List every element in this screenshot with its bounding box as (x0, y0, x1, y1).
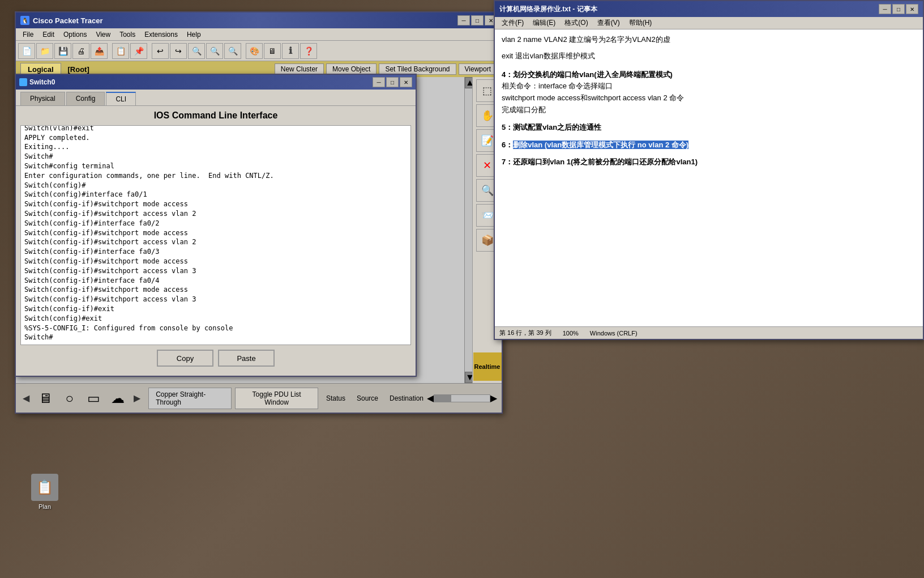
toggle-pdu-button[interactable]: Toggle PDU List Window (235, 388, 318, 409)
hscrollbar[interactable] (434, 394, 490, 402)
cpt-menu-help[interactable]: Help (182, 29, 206, 40)
cpt-menu-tools[interactable]: Tools (115, 29, 140, 40)
toolbar-print-button[interactable]: 🖨 (72, 43, 89, 59)
device-icon-switch[interactable]: 🖥 (35, 387, 56, 410)
move-object-button[interactable]: Move Object (326, 63, 377, 75)
notepad-item-4-detail-2: switchport mode access和switchport access… (502, 92, 916, 104)
toolbar-new-button[interactable]: 📄 (18, 43, 35, 59)
pdu-header-status: Status (326, 394, 345, 402)
toolbar-open-button[interactable]: 📁 (36, 43, 53, 59)
toolbar-save-button[interactable]: 💾 (54, 43, 71, 59)
vscroll-up-arrow[interactable]: ▲ (465, 77, 472, 88)
realtime-button[interactable]: Realtime (473, 352, 502, 381)
notepad-menu-help[interactable]: 帮助(H) (624, 17, 657, 29)
notepad-exit-text: exit 退出vlan数据库维护模式 (502, 52, 595, 60)
hscroll-thumb[interactable] (434, 395, 451, 402)
new-cluster-button[interactable]: New Cluster (275, 63, 324, 75)
cpt-menu-options[interactable]: Options (59, 29, 91, 40)
switch-icon (19, 78, 27, 86)
switch-content-title: IOS Command Line Interface (20, 110, 411, 121)
notepad-exit-line: exit 退出vlan数据库维护模式 (502, 50, 916, 62)
notepad-status-encoding: Windows (CRLF) (590, 330, 638, 337)
toolbar-zoom-button[interactable]: 🔍 (188, 43, 205, 59)
toolbar-paste-button[interactable]: 📌 (130, 43, 147, 59)
notepad-item-5-title: 5：测试配置vlan之后的连通性 (502, 122, 916, 134)
switch-tabs: Physical Config CLI (16, 90, 416, 106)
cpt-menu-view[interactable]: View (91, 29, 115, 40)
switch-content: IOS Command Line Interface Switch(vlan)#… (16, 106, 416, 376)
toolbar-palette-button[interactable]: 🎨 (246, 43, 263, 59)
notepad-menu-format[interactable]: 格式(O) (560, 17, 592, 29)
device-icon-hub[interactable]: ○ (59, 387, 80, 410)
toolbar-zoom3-button[interactable]: 🔍 (224, 43, 241, 59)
notepad-minimize-button[interactable]: ─ (879, 4, 891, 14)
cpt-menu-edit[interactable]: Edit (38, 29, 59, 40)
device-scroll-left[interactable]: ◀ (20, 392, 32, 405)
notepad-content[interactable]: vlan 2 name VLAN2 建立编号为2名字为VLAN2的虚 exit … (495, 29, 923, 326)
cpt-minimize-button[interactable]: ─ (457, 15, 470, 26)
cpt-title: 🐧 Cisco Packet Tracer (20, 16, 103, 25)
cpt-title-text: Cisco Packet Tracer (33, 16, 103, 25)
notepad-status-line: 第 16 行，第 39 列 (499, 329, 551, 337)
toolbar-info-button[interactable]: ℹ (282, 43, 299, 59)
notepad-item-4-title: 4：划分交换机的端口给vlan(进入全局终端配置模式) (502, 69, 916, 81)
notepad-status-zoom: 100% (563, 330, 579, 337)
toolbar-zoom2-button[interactable]: 🔍 (206, 43, 223, 59)
toolbar-undo-button[interactable]: ↩ (152, 43, 169, 59)
switch-title: Switch0 (19, 78, 55, 86)
switch-window: Switch0 ─ □ ✕ Physical Config CLI IOS Co… (15, 74, 417, 377)
viewport-button[interactable]: Viewport (459, 63, 497, 75)
device-icon-cloud[interactable]: ☁ (108, 387, 129, 410)
tab-config[interactable]: Config (66, 92, 105, 105)
notepad-title: 计算机网络录屏作业.txt - 记事本 (499, 5, 597, 14)
hscroll-left-arrow[interactable]: ◀ (427, 393, 434, 403)
pdu-header-dest: Destination (390, 394, 424, 402)
canvas-vscrollbar[interactable]: ▲ ▼ (464, 77, 472, 383)
set-tiled-background-button[interactable]: Set Tiled Background (379, 63, 456, 75)
cpt-titlebar[interactable]: 🐧 Cisco Packet Tracer ─ □ ✕ (16, 12, 502, 28)
cpt-menu-extensions[interactable]: Extensions (140, 29, 182, 40)
toolbar-redo-button[interactable]: ↪ (170, 43, 187, 59)
desktop-icon-plan[interactable]: 📋 Plan (31, 474, 58, 510)
notepad-item-6-title: 6：删除vlan (vlan数据库管理模式下执行 no vlan 2 命令) (502, 139, 916, 151)
notepad-item-6-highlight: 删除vlan (vlan数据库管理模式下执行 no vlan 2 命令) (513, 141, 688, 149)
device-icon-router[interactable]: ▭ (83, 387, 104, 410)
cli-terminal[interactable]: Switch(vlan)# Switch(vlan)#exit APPLY co… (20, 125, 411, 345)
cpt-menu-file[interactable]: File (18, 29, 38, 40)
notepad-item-7: 7：还原端口到vlan 1(将之前被分配的端口还原分配给vlan1) (502, 156, 916, 168)
notepad-item-4-detail-1: 相关命令：interface 命令选择端口 (502, 80, 916, 92)
device-bar: ◀ 🖥 ○ ▭ ☁ ▶ Copper Straight-Through Togg… (16, 383, 502, 413)
toolbar-export-button[interactable]: 📤 (91, 43, 108, 59)
switch-close-button[interactable]: ✕ (400, 77, 412, 87)
hscroll-right-arrow[interactable]: ▶ (490, 393, 497, 403)
notepad-close-button[interactable]: ✕ (906, 4, 918, 14)
cpt-maximize-button[interactable]: □ (471, 15, 484, 26)
switch-title-text: Switch0 (29, 78, 55, 86)
toolbar-help-button[interactable]: ❓ (300, 43, 317, 59)
pdu-headers: Status Source Destination (326, 394, 424, 402)
vscroll-down-arrow[interactable]: ▼ (465, 372, 472, 383)
copy-button[interactable]: Copy (157, 350, 213, 367)
cpt-window-controls: ─ □ ✕ (457, 15, 497, 26)
device-scroll-right[interactable]: ▶ (131, 392, 143, 405)
toolbar-device-button[interactable]: 🖥 (264, 43, 281, 59)
paste-button[interactable]: Paste (218, 350, 275, 367)
switch-maximize-button[interactable]: □ (386, 77, 399, 87)
switch-window-controls: ─ □ ✕ (373, 77, 412, 87)
notepad-item-4-detail-3: 完成端口分配 (502, 104, 916, 116)
switch-minimize-button[interactable]: ─ (373, 77, 385, 87)
switch-action-buttons: Copy Paste (20, 345, 411, 371)
switch-titlebar[interactable]: Switch0 ─ □ ✕ (16, 75, 416, 90)
plan-icon-label: Plan (38, 503, 51, 510)
notepad-menu-view[interactable]: 查看(V) (593, 17, 624, 29)
notepad-titlebar[interactable]: 计算机网络录屏作业.txt - 记事本 ─ □ ✕ (495, 1, 923, 17)
notepad-item-5: 5：测试配置vlan之后的连通性 (502, 122, 916, 134)
tab-physical[interactable]: Physical (20, 92, 65, 105)
toolbar-copy-button[interactable]: 📋 (112, 43, 129, 59)
notepad-menu-edit[interactable]: 编辑(E) (528, 17, 560, 29)
notepad-menu-file[interactable]: 文件(F) (497, 17, 528, 29)
cpt-toolbar: 📄 📁 💾 🖨 📤 📋 📌 ↩ ↪ 🔍 🔍 🔍 🎨 🖥 ℹ ❓ (16, 41, 502, 61)
notepad-maximize-button[interactable]: □ (892, 4, 905, 14)
tab-cli[interactable]: CLI (106, 92, 136, 105)
pdu-header-source: Source (357, 394, 378, 402)
